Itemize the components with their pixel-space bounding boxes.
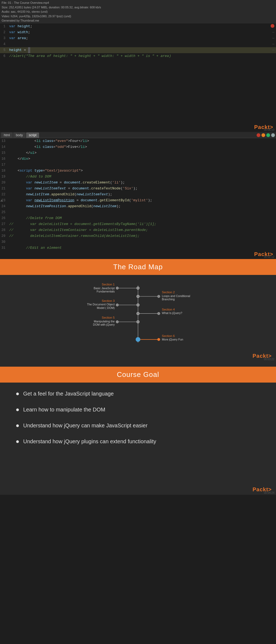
timestamp-3: 00:03:22	[264, 358, 274, 361]
code-line-6: 6 //alert("The area of height: " + heigh…	[0, 53, 276, 59]
info-line4: Video: h264, yuv420p, 1920x1080, 29.97 f…	[2, 14, 274, 19]
bullet-4	[16, 440, 19, 443]
roadmap-title: The Road Map	[0, 259, 276, 275]
tab-html[interactable]: html	[1, 132, 13, 138]
goal-text-3: Understand how jQuery can make JavaScrip…	[23, 422, 147, 429]
dom-line-16: 16 </div>	[0, 156, 276, 162]
svg-text:The Document Object: The Document Object	[87, 303, 115, 306]
info-bar: File: 01 - The Course Overview.mp4 Size:…	[0, 0, 276, 23]
dom-line-14: 14 <li class="odd">Five</li>	[0, 144, 276, 150]
goal-item-2: Learn how to manipulate the DOM	[16, 407, 260, 413]
dom-line-31: 31 //Edit an element	[0, 245, 276, 251]
dom-line-20: 20 var newListItem = document.createElem…	[0, 180, 276, 186]
svg-text:Section 2: Section 2	[162, 291, 175, 294]
svg-text:DOM with jQuery: DOM with jQuery	[93, 323, 115, 326]
svg-text:Branching: Branching	[162, 298, 175, 301]
dom-line-23: 23 ⚠ var newListItemPosition = document.…	[0, 197, 276, 203]
goal-text-1: Get a feel for the JavaScript language	[23, 391, 114, 397]
dom-line-17: 17	[0, 162, 276, 168]
svg-text:Basic JavaScript: Basic JavaScript	[94, 286, 115, 289]
dom-line-18: 18 <script type="text/javascript">	[0, 168, 276, 174]
roadmap-content: Section 1 Basic JavaScript Fundamentals …	[0, 275, 276, 350]
goal-list: Get a feel for the JavaScript language L…	[0, 383, 276, 462]
svg-text:Loops and Conditional: Loops and Conditional	[162, 294, 190, 297]
roadmap-diagram: Section 1 Basic JavaScript Fundamentals …	[57, 280, 219, 348]
tab-bar: html body script	[0, 132, 276, 138]
green-icon	[266, 133, 270, 137]
coursegoal-title: Course Goal	[0, 367, 276, 383]
svg-point-17	[116, 304, 119, 306]
empty-space-1	[0, 59, 276, 124]
gray-icon	[271, 133, 275, 137]
code-line-4: 4 —	[0, 41, 276, 47]
warn-icon: ⚠	[1, 198, 3, 203]
svg-point-13	[157, 295, 160, 298]
close-button[interactable]	[271, 24, 274, 28]
dom-line-29: 29 // deleteListItemContainer.removeChil…	[0, 233, 276, 239]
code-section-1: 1 var height; — 2 var width; — 3 var are…	[0, 23, 276, 132]
dom-line-22: 22 newListItem.appendChild(newListItemTe…	[0, 192, 276, 197]
svg-text:More jQuery Fun: More jQuery Fun	[162, 338, 183, 341]
svg-text:Section 6: Section 6	[162, 334, 175, 337]
dom-line-19: 19 //Add to DOM	[0, 174, 276, 180]
bullet-3	[16, 424, 19, 427]
svg-point-18	[116, 321, 119, 323]
goal-item-1: Get a feel for the JavaScript language	[16, 391, 260, 397]
svg-text:Fundamentals: Fundamentals	[97, 290, 115, 293]
browser-icons	[257, 132, 275, 138]
coursegoal-bottom-space	[0, 462, 276, 484]
svg-text:Manipulating the: Manipulating the	[94, 319, 115, 323]
roadmap-footer: Packt> 00:03:22	[0, 350, 276, 361]
dom-line-30: 30	[0, 239, 276, 245]
svg-point-15	[157, 338, 160, 341]
svg-text:Section 4: Section 4	[162, 308, 175, 311]
dom-line-21: 21 var newListItemText = document.create…	[0, 186, 276, 192]
goal-text-2: Learn how to manipulate the DOM	[23, 407, 105, 413]
roadmap-svg: Section 1 Basic JavaScript Fundamentals …	[57, 280, 219, 348]
svg-text:Section 3: Section 3	[102, 299, 115, 302]
goal-item-3: Understand how jQuery can make JavaScrip…	[16, 422, 260, 429]
svg-text:Section 5: Section 5	[102, 316, 115, 319]
info-line1: File: 01 - The Course Overview.mp4	[2, 1, 274, 5]
dom-line-15: 15 </ul>	[0, 150, 276, 156]
dom-line-27: 27 // var deleteListItem = document.getE…	[0, 221, 276, 227]
dom-line-28: 28 // var deleteListItemContainer = dele…	[0, 227, 276, 233]
timestamp-4: 00:04:24	[264, 491, 274, 494]
bullet-1	[16, 393, 19, 395]
roadmap-section: The Road Map	[0, 259, 276, 367]
svg-text:Section 1: Section 1	[102, 283, 115, 286]
timestamp-2: 00:02:12	[264, 255, 274, 258]
info-line2: Size: 252,41851 bytes (24.07 MiB), durat…	[2, 5, 274, 10]
dom-line-25: 25	[0, 209, 276, 215]
svg-point-12	[136, 337, 140, 341]
orange-icon	[261, 133, 265, 137]
goal-item-4: Understand how jQuery plugins can extend…	[16, 438, 260, 445]
dom-line-13: 13 <li class="even">Four</li>	[0, 138, 276, 144]
svg-text:Model ( DOM): Model ( DOM)	[97, 306, 115, 309]
svg-point-8	[137, 295, 139, 298]
svg-point-16	[116, 287, 119, 289]
red-icon	[257, 133, 260, 137]
code-line-2: 2 var width; —	[0, 29, 276, 35]
info-line3: Audio: aac, 44100 Hz, stereo (und)	[2, 9, 274, 14]
code-line-3: 3 var area; —	[0, 35, 276, 41]
code-line-1: 1 var height; —	[0, 23, 276, 29]
timestamp-1: 00:06:10	[264, 128, 274, 131]
tab-body[interactable]: body	[13, 132, 26, 138]
code-section-2: html body script 13 <li class="even">Fou…	[0, 132, 276, 259]
tab-script[interactable]: script	[26, 132, 39, 138]
dom-line-24: 24 newListItemPosition.appendChild(newLi…	[0, 203, 276, 209]
goal-text-4: Understand how jQuery plugins can extend…	[23, 438, 156, 445]
code-line-5: 5 height = —	[0, 47, 276, 53]
dom-line-26: 26 //Delete from DOM	[0, 215, 276, 221]
svg-point-11	[137, 321, 139, 323]
svg-point-14	[157, 312, 160, 315]
svg-point-9	[137, 304, 139, 306]
svg-text:What Is jQuery?: What Is jQuery?	[162, 311, 182, 315]
coursegoal-section: Course Goal Get a feel for the JavaScrip…	[0, 367, 276, 495]
info-line5: Generated by Thumbnail.me	[2, 18, 274, 23]
bullet-2	[16, 408, 19, 411]
svg-point-10	[137, 312, 139, 315]
svg-point-7	[137, 287, 139, 289]
